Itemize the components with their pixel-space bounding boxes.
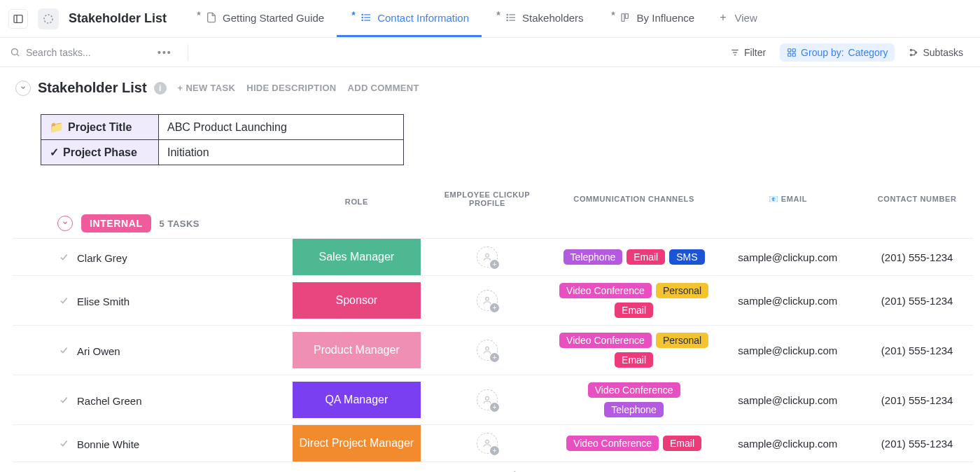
col-phone[interactable]: CONTACT NUMBER xyxy=(861,165,973,239)
task-status-checkbox[interactable] xyxy=(57,437,70,450)
channels-cell[interactable]: Video ConferencePersonalEmail xyxy=(559,333,709,368)
channel-tag[interactable]: Personal xyxy=(656,283,708,298)
table-row[interactable]: Ari OwenProduct Manager+Video Conference… xyxy=(13,326,973,375)
sidebar-toggle-button[interactable] xyxy=(8,9,28,29)
email-cell[interactable]: sample@clickup.com xyxy=(714,239,861,276)
info-icon[interactable]: i xyxy=(154,82,167,95)
top-nav: Stakeholder List Getting Started GuideCo… xyxy=(0,0,980,38)
assign-profile-button[interactable]: + xyxy=(477,290,498,311)
channel-tag[interactable]: Video Conference xyxy=(588,382,680,398)
phone-cell[interactable]: (201) 555-1234 xyxy=(861,276,973,326)
table-row[interactable]: Bonnie WhiteDirect Project Manager+Video… xyxy=(13,425,973,462)
channels-cell[interactable]: TelephoneEmailSMS xyxy=(559,249,709,265)
plus-icon: + xyxy=(490,446,499,455)
role-cell[interactable]: Sales Manager xyxy=(293,239,421,275)
channels-cell[interactable]: Video ConferenceTelephone xyxy=(559,382,709,417)
channel-tag[interactable]: Personal xyxy=(656,333,708,348)
svg-rect-25 xyxy=(792,53,795,56)
email-cell[interactable]: sample@clickup.com xyxy=(714,425,861,462)
channel-tag[interactable]: Video Conference xyxy=(559,283,652,298)
toolbar: ••• Filter Group by: Category Subtasks xyxy=(0,38,980,67)
task-status-checkbox[interactable] xyxy=(57,344,70,356)
channels-cell[interactable]: Video ConferencePersonalEmail xyxy=(559,283,709,318)
plus-icon: + xyxy=(490,303,499,312)
plus-icon: + xyxy=(490,353,499,362)
task-status-checkbox[interactable] xyxy=(57,394,70,406)
col-profile[interactable]: EMPLOYEE CLICKUP PROFILE xyxy=(421,165,554,239)
task-status-checkbox[interactable] xyxy=(57,294,70,307)
channel-tag[interactable]: Email xyxy=(663,436,701,451)
new-task-row[interactable]: + New task xyxy=(13,462,973,473)
subtasks-icon xyxy=(909,48,918,57)
doc-icon xyxy=(206,12,217,23)
phone-cell[interactable]: (201) 555-1234 xyxy=(861,239,973,276)
col-role[interactable]: ROLE xyxy=(293,165,421,239)
assign-profile-button[interactable]: + xyxy=(477,389,498,410)
phone-cell[interactable]: (201) 555-1234 xyxy=(861,425,973,462)
pin-icon xyxy=(494,15,500,20)
task-status-checkbox[interactable] xyxy=(57,251,70,263)
table-row[interactable]: Rachel GreenQA Manager+Video ConferenceT… xyxy=(13,375,973,425)
channel-tag[interactable]: Email xyxy=(615,303,653,318)
add-view-button[interactable]: +View xyxy=(707,0,770,37)
channel-tag[interactable]: Telephone xyxy=(564,249,623,265)
list-collapse-toggle[interactable] xyxy=(15,81,31,96)
channel-tag[interactable]: Telephone xyxy=(604,402,664,417)
svg-point-30 xyxy=(486,297,489,300)
tab-by-influence[interactable]: By Influence xyxy=(596,0,708,37)
channel-tag[interactable]: Video Conference xyxy=(559,333,652,348)
filter-button[interactable]: Filter xyxy=(723,43,773,62)
channel-tag[interactable]: Video Conference xyxy=(566,436,659,451)
filter-label: Filter xyxy=(744,47,766,58)
table-row[interactable]: Elise SmithSponsor+Video ConferencePerso… xyxy=(13,276,973,326)
group-icon xyxy=(787,48,797,57)
svg-point-13 xyxy=(507,17,507,18)
search-input[interactable] xyxy=(26,47,145,58)
col-channels[interactable]: COMMUNICATION CHANNELS xyxy=(554,165,715,239)
subtasks-button[interactable]: Subtasks xyxy=(902,43,970,62)
channel-tag[interactable]: Email xyxy=(626,249,665,265)
col-email[interactable]: 📧 EMAIL xyxy=(714,165,861,239)
toolbar-more-button[interactable]: ••• xyxy=(152,44,178,61)
assign-profile-button[interactable]: + xyxy=(477,340,498,361)
project-phase-value[interactable]: Initiation xyxy=(159,140,404,165)
project-title-value[interactable]: ABC Product Launching xyxy=(159,115,404,140)
phone-cell[interactable]: (201) 555-1234 xyxy=(861,326,973,375)
tab-contact-information[interactable]: Contact Information xyxy=(337,0,482,37)
assign-profile-button[interactable]: + xyxy=(477,433,498,454)
svg-point-14 xyxy=(507,20,507,20)
task-name: Bonnie White xyxy=(77,438,139,450)
hide-description-button[interactable]: HIDE DESCRIPTION xyxy=(246,83,336,93)
phone-cell[interactable]: (201) 555-1234 xyxy=(861,375,973,425)
svg-rect-22 xyxy=(788,48,791,51)
channel-tag[interactable]: Email xyxy=(615,352,653,368)
list-icon xyxy=(505,12,517,23)
new-task-button[interactable]: NEW TASK xyxy=(178,83,236,93)
table-row[interactable]: Clark GreySales Manager+TelephoneEmailSM… xyxy=(13,239,973,276)
role-cell[interactable]: Product Manager xyxy=(293,332,421,368)
channels-cell[interactable]: Video ConferenceEmail xyxy=(559,436,709,451)
group-collapse-toggle[interactable] xyxy=(57,216,73,231)
email-cell[interactable]: sample@clickup.com xyxy=(714,326,861,375)
svg-rect-15 xyxy=(622,14,624,22)
role-cell[interactable]: Direct Project Manager xyxy=(293,425,421,461)
plus-icon: + xyxy=(490,260,499,269)
list-icon xyxy=(360,12,372,23)
email-cell[interactable]: sample@clickup.com xyxy=(714,375,861,425)
role-cell[interactable]: QA Manager xyxy=(293,382,421,418)
tab-stakeholders[interactable]: Stakeholders xyxy=(482,0,596,37)
assign-profile-button[interactable]: + xyxy=(477,247,498,268)
svg-rect-23 xyxy=(792,48,795,51)
group-by-button[interactable]: Group by: Category xyxy=(780,43,895,62)
channel-tag[interactable]: SMS xyxy=(669,249,704,265)
task-name: Ari Owen xyxy=(77,345,120,357)
svg-point-32 xyxy=(486,396,489,400)
plus-icon: + xyxy=(720,11,726,24)
task-name: Elise Smith xyxy=(77,296,130,307)
group-by-label: Group by: xyxy=(801,47,844,58)
email-cell[interactable]: sample@clickup.com xyxy=(714,276,861,326)
role-cell[interactable]: Sponsor xyxy=(293,282,421,319)
tab-getting-started-guide[interactable]: Getting Started Guide xyxy=(182,0,337,37)
add-comment-button[interactable]: ADD COMMENT xyxy=(348,83,419,93)
group-pill[interactable]: Internal xyxy=(81,214,151,232)
